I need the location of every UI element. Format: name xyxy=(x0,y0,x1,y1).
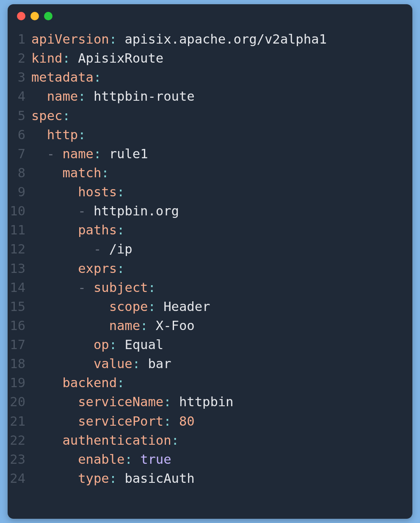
token-k: servicePort xyxy=(78,414,163,429)
token-k: name xyxy=(62,146,93,161)
token-k: exprs xyxy=(78,261,117,276)
line-number: 3 xyxy=(8,68,31,87)
token-s: bar xyxy=(140,356,171,371)
code-line: 9 hosts: xyxy=(8,182,406,201)
code-line: 20 serviceName: httpbin xyxy=(8,392,406,411)
line-number: 15 xyxy=(8,297,31,316)
token-p: : xyxy=(140,318,148,333)
code-line: 2kind: ApisixRoute xyxy=(8,49,406,68)
code-line: 23 enable: true xyxy=(8,450,406,469)
token-s xyxy=(86,280,94,295)
code-editor[interactable]: 1apiVersion: apisix.apache.org/v2alpha12… xyxy=(8,30,412,498)
line-number: 11 xyxy=(8,220,31,239)
token-s: httpbin-route xyxy=(86,89,195,104)
code-content: match: xyxy=(31,163,406,182)
token-b: true xyxy=(140,452,171,467)
token-s xyxy=(31,223,78,237)
token-k: authentication xyxy=(62,433,171,448)
token-p: : xyxy=(94,146,101,161)
token-k: serviceName xyxy=(78,394,163,409)
token-s xyxy=(31,146,47,161)
token-d: - xyxy=(47,146,55,161)
token-s xyxy=(31,184,78,199)
code-content: http: xyxy=(31,125,406,144)
token-d: - xyxy=(78,280,86,295)
token-s xyxy=(31,414,78,429)
code-line: 19 backend: xyxy=(8,373,406,392)
token-s: Header xyxy=(156,299,210,314)
code-content: servicePort: 80 xyxy=(31,412,406,431)
code-content: value: bar xyxy=(31,354,406,373)
code-content: enable: true xyxy=(31,450,406,469)
token-s xyxy=(31,433,62,448)
code-content: exprs: xyxy=(31,259,406,278)
code-content: - /ip xyxy=(31,239,406,259)
code-content: kind: ApisixRoute xyxy=(31,49,406,68)
token-s xyxy=(31,375,62,390)
token-s xyxy=(31,318,109,333)
code-line: 11 paths: xyxy=(8,220,406,239)
token-k: paths xyxy=(78,223,117,237)
token-k: apiVersion xyxy=(31,32,109,47)
line-number: 17 xyxy=(8,335,31,354)
token-s xyxy=(31,394,78,409)
token-k: enable xyxy=(78,452,124,467)
token-k: scope xyxy=(109,299,148,314)
line-number: 10 xyxy=(8,201,31,220)
token-p: : xyxy=(171,433,179,448)
code-content: serviceName: httpbin xyxy=(31,392,406,411)
close-icon[interactable] xyxy=(17,12,25,20)
token-s xyxy=(31,356,94,371)
code-line: 16 name: X-Foo xyxy=(8,316,406,335)
token-k: subject xyxy=(94,280,148,295)
token-k: name xyxy=(47,89,78,104)
line-number: 22 xyxy=(8,431,31,450)
code-content: op: Equal xyxy=(31,335,406,354)
code-content: metadata: xyxy=(31,68,406,87)
line-number: 6 xyxy=(8,125,31,144)
token-p: : xyxy=(117,375,124,390)
zoom-icon[interactable] xyxy=(44,12,52,20)
line-number: 21 xyxy=(8,412,31,431)
minimize-icon[interactable] xyxy=(30,12,39,20)
code-content: - name: rule1 xyxy=(31,144,406,163)
token-p: : xyxy=(109,471,117,486)
code-line: 13 exprs: xyxy=(8,259,406,278)
line-number: 18 xyxy=(8,354,31,373)
line-number: 5 xyxy=(8,106,31,125)
line-number: 8 xyxy=(8,163,31,182)
line-number: 13 xyxy=(8,259,31,278)
token-k: http xyxy=(47,127,78,142)
code-line: 10 - httpbin.org xyxy=(8,201,406,220)
token-d: - xyxy=(94,242,101,256)
token-s xyxy=(31,204,78,218)
token-k: metadata xyxy=(31,70,94,85)
token-s xyxy=(31,452,78,467)
token-s: rule1 xyxy=(101,146,148,161)
token-p: : xyxy=(101,165,109,180)
token-p: : xyxy=(117,261,124,276)
token-s xyxy=(31,280,78,295)
code-line: 3metadata: xyxy=(8,68,406,87)
token-s xyxy=(31,261,78,276)
traffic-lights xyxy=(8,12,412,20)
code-content: backend: xyxy=(31,373,406,392)
token-p: : xyxy=(124,452,132,467)
code-content: authentication: xyxy=(31,431,406,450)
token-s xyxy=(55,146,62,161)
code-line: 5spec: xyxy=(8,106,406,125)
token-p: : xyxy=(117,223,124,237)
code-window: 1apiVersion: apisix.apache.org/v2alpha12… xyxy=(8,4,412,519)
token-s: apisix.apache.org/v2alpha1 xyxy=(117,32,327,47)
line-number: 12 xyxy=(8,239,31,259)
token-n: 80 xyxy=(179,414,195,429)
code-line: 17 op: Equal xyxy=(8,335,406,354)
line-number: 2 xyxy=(8,49,31,68)
token-s: ApisixRoute xyxy=(70,51,163,66)
line-number: 24 xyxy=(8,469,31,488)
token-p: : xyxy=(62,108,70,123)
token-k: value xyxy=(94,356,133,371)
line-number: 20 xyxy=(8,392,31,411)
token-k: match xyxy=(62,165,101,180)
code-line: 22 authentication: xyxy=(8,431,406,450)
